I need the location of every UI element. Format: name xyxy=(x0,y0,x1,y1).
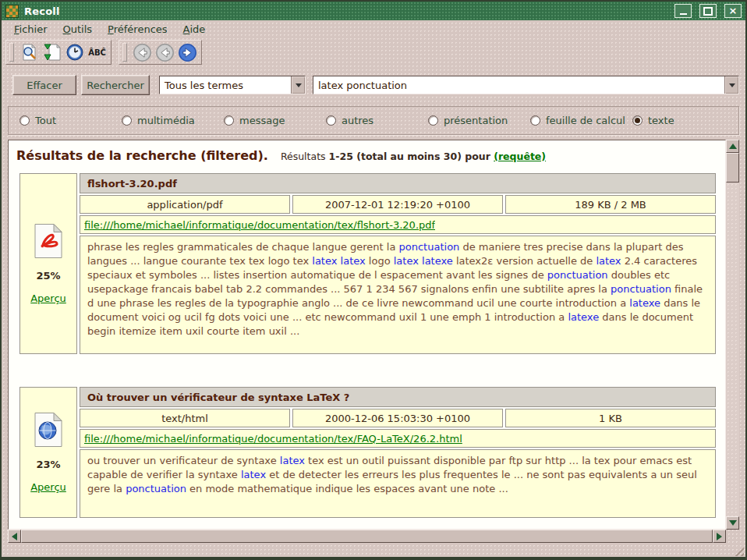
clear-button[interactable]: Effacer xyxy=(12,75,76,95)
scroll-down-button[interactable] xyxy=(726,516,739,530)
result-title: flshort-3.20.pdf xyxy=(80,173,716,193)
spelling-abc-button[interactable]: ÂBĈ xyxy=(87,42,108,62)
toolbar: ÂBĈ xyxy=(2,37,745,67)
result-1-main: flshort-3.20.pdf application/pdf 2007-12… xyxy=(80,173,716,354)
result-1-side-panel: 25% Aperçu xyxy=(19,173,77,354)
nav-previous-button[interactable] xyxy=(154,42,175,62)
filter-radio-autres[interactable]: autres xyxy=(326,115,428,126)
resize-grip[interactable] xyxy=(732,544,744,556)
results-area: Résultats de la recherche (filtered). Ré… xyxy=(8,140,739,543)
filter-category-group: Tout multimédia message autres présentat… xyxy=(8,106,739,135)
nav-first-button[interactable] xyxy=(132,42,153,62)
maximize-icon xyxy=(703,7,713,16)
html-file-icon xyxy=(33,412,64,448)
maximize-button[interactable] xyxy=(699,4,717,18)
minimize-icon xyxy=(680,7,687,15)
results-header: Résultats de la recherche (filtered). Ré… xyxy=(16,148,719,163)
radio-icon xyxy=(19,115,30,126)
preview-link[interactable]: Aperçu xyxy=(30,292,66,304)
result-title: Où trouver un vérificateur de syntaxe La… xyxy=(80,387,716,407)
vertical-scrollbar-thumb[interactable] xyxy=(726,153,739,183)
result-snippet: ou trouver un verificateur de syntaxe la… xyxy=(80,449,716,518)
result-size: 1 KB xyxy=(505,409,716,427)
close-button[interactable]: × xyxy=(724,4,742,18)
result-url-row: file:///home/michael/informatique/docume… xyxy=(80,429,716,448)
nav-next-icon xyxy=(178,43,197,62)
minimize-button[interactable] xyxy=(674,4,692,18)
search-mode-value: Tous les termes xyxy=(160,76,291,94)
result-mime: text/html xyxy=(80,409,290,427)
preview-link[interactable]: Aperçu xyxy=(30,481,66,493)
query-link[interactable]: (requête) xyxy=(494,151,546,162)
filter-radio-texte[interactable]: texte xyxy=(632,115,674,126)
result-2-main: Où trouver un vérificateur de syntaxe La… xyxy=(80,387,716,518)
spelling-abc-icon: ÂBĈ xyxy=(88,48,106,57)
filter-label: multimédia xyxy=(137,115,195,126)
search-query-combobox[interactable]: latex ponctuation xyxy=(313,76,739,94)
result-meta-row: text/html 2000-12-06 15:03:30 +0100 1 KB xyxy=(80,409,716,427)
recoll-window: Recoll × Fichier Outils Préférences Aide xyxy=(0,0,747,560)
horizontal-scrollbar-thumb[interactable] xyxy=(21,530,713,543)
filter-radio-message[interactable]: message xyxy=(224,115,326,126)
result-item-2: 23% Aperçu Où trouver un vérificateur de… xyxy=(19,387,716,518)
radio-icon xyxy=(428,115,438,126)
search-mode-dropdown-button[interactable] xyxy=(291,76,305,94)
filter-label: présentation xyxy=(444,115,508,126)
result-size: 189 KB / 2 MB xyxy=(505,195,716,214)
menu-preferences[interactable]: Préférences xyxy=(103,23,172,36)
triangle-up-icon xyxy=(729,140,737,149)
history-clock-button[interactable] xyxy=(64,42,85,62)
menu-outils[interactable]: Outils xyxy=(58,23,97,36)
toolbar-handle[interactable] xyxy=(122,43,127,62)
search-button[interactable]: Rechercher xyxy=(81,75,150,95)
index-update-button[interactable] xyxy=(41,42,62,62)
filter-radio-tout[interactable]: Tout xyxy=(19,115,122,126)
filter-label: autres xyxy=(342,115,374,126)
horizontal-scrollbar[interactable] xyxy=(8,530,726,543)
search-query-value[interactable]: latex ponctuation xyxy=(313,76,724,94)
vertical-scrollbar[interactable] xyxy=(726,140,739,530)
toolbar-group-tools: ÂBĈ xyxy=(5,40,112,65)
search-bar: Effacer Rechercher Tous les termes latex… xyxy=(2,67,745,106)
search-document-button[interactable] xyxy=(19,42,40,62)
triangle-right-icon xyxy=(717,533,726,541)
chevron-down-icon xyxy=(296,83,302,90)
results-list: Résultats de la recherche (filtered). Ré… xyxy=(8,140,726,530)
close-icon: × xyxy=(729,7,738,15)
search-mode-select[interactable]: Tous les termes xyxy=(159,76,306,94)
radio-icon xyxy=(122,115,132,126)
menu-fichier[interactable]: Fichier xyxy=(9,23,52,36)
window-title: Recoll xyxy=(24,5,667,17)
scrollbar-corner xyxy=(726,530,739,543)
menubar: Fichier Outils Préférences Aide xyxy=(2,20,745,37)
triangle-left-icon xyxy=(8,533,17,541)
radio-icon xyxy=(326,115,336,126)
toolbar-handle[interactable] xyxy=(9,43,14,62)
status-bar xyxy=(2,543,745,557)
scroll-left-button[interactable] xyxy=(8,530,21,543)
nav-next-button[interactable] xyxy=(177,42,198,62)
radio-icon xyxy=(530,115,540,126)
vertical-scrollbar-track[interactable] xyxy=(726,183,739,516)
history-clock-icon xyxy=(65,43,84,62)
menu-aide[interactable]: Aide xyxy=(179,23,211,36)
filter-label: texte xyxy=(648,115,674,126)
scroll-right-button[interactable] xyxy=(713,530,726,543)
filter-label: Tout xyxy=(35,115,56,126)
search-query-dropdown-button[interactable] xyxy=(724,76,738,94)
filter-radio-presentation[interactable]: présentation xyxy=(428,115,530,126)
result-item-1: 25% Aperçu flshort-3.20.pdf application/… xyxy=(19,173,716,354)
result-url-link[interactable]: file:///home/michael/informatique/docume… xyxy=(84,433,462,445)
result-snippet: phrase les regles grammaticales de chaqu… xyxy=(80,236,716,354)
result-date: 2007-12-01 12:19:20 +0100 xyxy=(292,195,503,214)
relevance-percent: 23% xyxy=(36,459,60,470)
result-url-link[interactable]: file:///home/michael/informatique/docume… xyxy=(84,219,435,231)
nav-first-icon xyxy=(133,43,152,62)
radio-icon xyxy=(224,115,234,126)
search-document-icon xyxy=(20,43,39,62)
filter-radio-multimedia[interactable]: multimédia xyxy=(122,115,224,126)
relevance-percent: 25% xyxy=(36,270,60,282)
filter-radio-feuille-de-calcul[interactable]: feuille de calcul xyxy=(530,115,632,126)
result-date: 2000-12-06 15:03:30 +0100 xyxy=(292,409,503,427)
scroll-up-button[interactable] xyxy=(726,140,739,153)
